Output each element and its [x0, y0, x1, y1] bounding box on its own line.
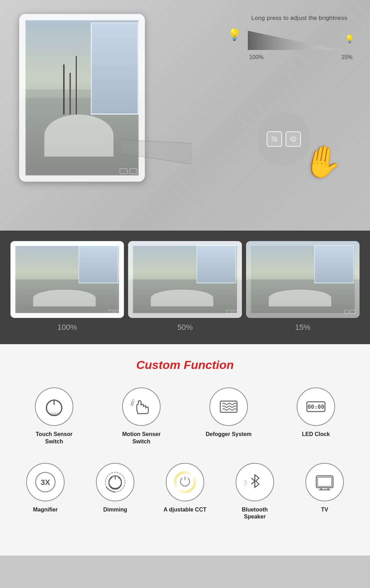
svg-line-12: [290, 141, 291, 141]
hand-icon: [129, 394, 154, 419]
motion-sensor-icon-circle: [122, 387, 161, 426]
svg-rect-30: [316, 476, 333, 488]
tv-label: TV: [321, 506, 328, 514]
power-switch-icon: Switch: [42, 394, 66, 419]
features-row-1: Switch Touch SensorSwitch Motion SenserS…: [10, 387, 360, 445]
feature-touch-sensor-switch: Switch Touch SensorSwitch: [23, 387, 86, 445]
led-clock-label: LED Clock: [302, 431, 330, 438]
dimming-icon-circle: [96, 463, 134, 501]
touch-btn-sm-5: [344, 310, 349, 314]
feature-bluetooth-speaker: BluetoothSpeaker: [223, 463, 286, 521]
touch-sensor-switch-label: Touch SensorSwitch: [36, 431, 73, 445]
svg-line-10: [295, 141, 296, 141]
brightness-card-15: 15%: [246, 241, 360, 332]
svg-rect-31: [318, 477, 332, 486]
hand-pointer: 🤚: [300, 140, 345, 183]
brightness-label-100: 100%: [58, 323, 77, 332]
magnifier-label: Magnifier: [33, 506, 58, 514]
svg-line-9: [290, 136, 291, 137]
feature-adjustable-cct: A djustable CCT: [154, 463, 216, 514]
dimming-icon: [103, 470, 128, 495]
touch-btns-50: [227, 310, 238, 314]
feature-tv: TV: [293, 463, 356, 514]
feature-magnifier: 3X Magnifier: [14, 463, 77, 514]
brightness-card-50: 50%: [128, 241, 242, 332]
bluetooth-icon-circle: [236, 463, 274, 501]
svg-marker-0: [248, 31, 339, 50]
svg-text:Switch: Switch: [50, 412, 59, 415]
mirror-touch-btn-2[interactable]: [130, 168, 137, 174]
brightness-label-15: 15%: [295, 323, 310, 332]
features-row-2: 3X Magnifier Dimming: [10, 463, 360, 521]
touch-btn-sm-3: [227, 310, 231, 314]
mirror-frame: [19, 14, 145, 182]
brightness-card-100: 100%: [10, 241, 124, 332]
svg-line-28: [251, 478, 255, 481]
mirror-container: [19, 14, 145, 182]
motion-sensor-switch-label: Motion SenserSwitch: [122, 431, 161, 445]
zoom-btn-defogger[interactable]: [267, 131, 282, 147]
touch-btns-100: [109, 310, 120, 314]
bluetooth-icon: [242, 470, 267, 495]
middle-section: 100% 50% 15%: [0, 231, 370, 344]
mirror-card-100: [10, 241, 124, 318]
svg-line-11: [295, 136, 296, 137]
feature-motion-sensor-switch: Motion SenserSwitch: [110, 387, 173, 445]
zoom-btn-brightness[interactable]: [286, 131, 301, 147]
led-clock-icon: 00:00: [303, 394, 328, 419]
dimming-label: Dimming: [103, 506, 127, 514]
brightness-triangle: [248, 31, 339, 50]
svg-text:00:00: 00:00: [308, 404, 324, 410]
defogger-icon-circle: [209, 387, 248, 426]
led-border-100: [10, 241, 124, 318]
brightness-label: Long press to adjust the brightness: [251, 15, 347, 22]
touch-btns-15: [344, 310, 355, 314]
touch-btn-sm-6: [350, 310, 355, 314]
mirror-touch-btn-1[interactable]: [120, 168, 127, 174]
custom-function-section: Custom Function Switch Touch SensorSwitc…: [0, 344, 370, 556]
svg-text:3X: 3X: [41, 478, 50, 487]
touch-btn-sm-2: [115, 310, 120, 314]
tv-icon: [312, 470, 337, 495]
touch-btn-sm-1: [109, 310, 113, 314]
mirror-card-15: [246, 241, 360, 318]
brightness-pct-100: 100%: [249, 54, 264, 60]
led-border-15: [246, 241, 360, 318]
cct-icon-circle: [166, 463, 204, 501]
defogger-system-label: Defogger System: [206, 431, 252, 438]
led-clock-icon-circle: 00:00: [297, 387, 335, 426]
touch-sensor-icon-circle: Switch: [35, 387, 73, 426]
zoom-circle: [257, 112, 311, 166]
svg-line-29: [251, 481, 255, 484]
defogger-icon: [216, 394, 241, 419]
feature-led-clock: 00:00 LED Clock: [284, 387, 347, 438]
cct-label: A djustable CCT: [164, 506, 207, 514]
feature-dimming: Dimming: [84, 463, 147, 514]
mirror-led-border: [19, 14, 145, 182]
bulb-bright-icon: 💡: [228, 28, 242, 41]
brightness-pct-15: 15%: [341, 54, 353, 60]
led-border-50: [128, 241, 242, 318]
bluetooth-speaker-label: BluetoothSpeaker: [242, 506, 268, 521]
touch-btn-sm-4: [233, 310, 238, 314]
brightness-label-50: 50%: [177, 323, 193, 332]
magnifier-icon-circle: 3X: [26, 463, 65, 501]
magnifier-icon: 3X: [33, 470, 58, 495]
custom-function-title: Custom Function: [10, 358, 360, 372]
mirror-card-50: [128, 241, 242, 318]
top-section: Long press to adjust the brightness 💡 💡 …: [0, 0, 370, 231]
feature-defogger-system: Defogger System: [197, 387, 260, 438]
cct-icon: [172, 470, 198, 495]
mirror-touch-buttons: [120, 168, 137, 174]
mirror-inner: [19, 14, 145, 182]
svg-point-4: [291, 137, 295, 141]
tv-icon-circle: [305, 463, 344, 501]
bulb-dim-icon: 💡: [345, 35, 354, 44]
brightness-indicator: 💡 💡: [228, 28, 354, 50]
